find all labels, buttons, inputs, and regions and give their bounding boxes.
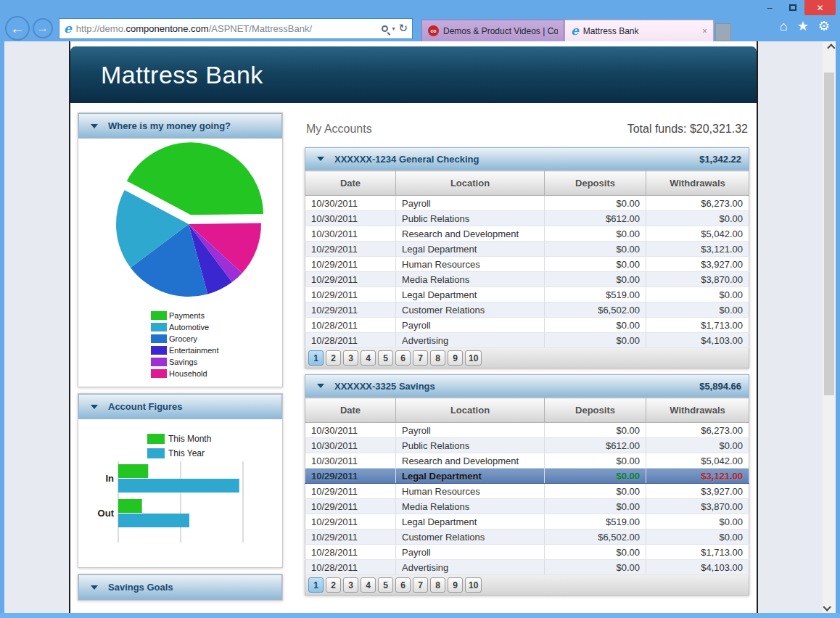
legend-swatch [151, 369, 167, 378]
page-button-4[interactable]: 4 [361, 350, 376, 366]
page-button-2[interactable]: 2 [326, 350, 341, 366]
new-tab-button[interactable] [715, 23, 731, 41]
withdrawal-cell: $3,870.00 [646, 272, 749, 287]
page-button-8[interactable]: 8 [430, 577, 445, 593]
page-button-10[interactable]: 10 [465, 577, 482, 593]
browser-viewport: Mattress Bank Where is my money going? P… [4, 41, 836, 613]
scroll-up-button[interactable] [823, 41, 836, 54]
deposit-cell: $612.00 [545, 211, 646, 226]
page-button-7[interactable]: 7 [413, 577, 428, 593]
table-row[interactable]: 10/29/2011Legal Department$0.00$3,121.00 [305, 242, 749, 257]
account-name: XXXXXX-3325 Savings [334, 381, 699, 392]
page-button-3[interactable]: 3 [343, 350, 358, 366]
refresh-icon[interactable]: ↻ [398, 22, 408, 35]
tab-demos[interactable]: co Demos & Product Videos | Co... [421, 20, 564, 41]
bar-out-this-year[interactable] [118, 514, 189, 527]
account-header[interactable]: XXXXXX-1234 General Checking$1,342.22 [305, 147, 749, 170]
column-header-withdrawals[interactable]: Withdrawals [646, 171, 749, 196]
table-row[interactable]: 10/28/2011Advertising$0.00$4,103.00 [305, 333, 749, 348]
table-row[interactable]: 10/30/2011Research and Development$0.00$… [305, 453, 749, 469]
search-icon[interactable] [382, 25, 388, 32]
page-button-2[interactable]: 2 [326, 577, 341, 593]
column-header-deposits[interactable]: Deposits [545, 398, 646, 423]
column-header-date[interactable]: Date [305, 171, 396, 196]
withdrawal-cell: $0.00 [646, 211, 749, 226]
home-icon[interactable]: ⌂ [780, 20, 788, 33]
location-cell: Legal Department [396, 469, 545, 484]
page-button-7[interactable]: 7 [413, 350, 428, 366]
location-cell: Research and Development [396, 226, 545, 242]
page-button-9[interactable]: 9 [448, 577, 463, 593]
table-row[interactable]: 10/29/2011Legal Department$519.00$0.00 [305, 287, 749, 302]
url-text[interactable]: http://demo.componentone.com/ASPNET/Matt… [76, 23, 382, 34]
column-header-date[interactable]: Date [305, 398, 396, 423]
table-row[interactable]: 10/30/2011Payroll$0.00$6,273.00 [305, 196, 749, 211]
column-header-location[interactable]: Location [396, 398, 545, 423]
scroll-down-button[interactable] [823, 601, 836, 613]
legend-item: Grocery [151, 333, 282, 345]
date-cell: 10/30/2011 [305, 453, 396, 469]
page-button-8[interactable]: 8 [430, 350, 445, 366]
page-button-1[interactable]: 1 [308, 350, 324, 366]
table-row[interactable]: 10/30/2011Payroll$0.00$6,273.00 [305, 423, 749, 438]
star-icon[interactable]: ★ [797, 20, 809, 33]
maximize-button[interactable] [781, 0, 804, 15]
panel-header[interactable]: Account Figures [78, 394, 282, 419]
location-cell: Public Relations [396, 438, 545, 453]
table-row[interactable]: 10/28/2011Payroll$0.00$1,713.00 [305, 545, 749, 560]
column-header-withdrawals[interactable]: Withdrawals [646, 398, 749, 423]
page-button-3[interactable]: 3 [343, 577, 358, 593]
close-button[interactable]: ✕ [804, 0, 836, 15]
column-header-deposits[interactable]: Deposits [545, 171, 646, 196]
page-button-9[interactable]: 9 [448, 350, 463, 366]
table-row[interactable]: 10/30/2011Public Relations$612.00$0.00 [305, 211, 749, 226]
my-accounts-heading: My Accounts [306, 123, 372, 136]
back-button[interactable]: ← [5, 16, 30, 41]
page-button-5[interactable]: 5 [378, 350, 393, 366]
table-row[interactable]: 10/29/2011Legal Department$0.00$3,121.00 [305, 469, 749, 484]
address-bar[interactable]: e http://demo.componentone.com/ASPNET/Ma… [59, 18, 413, 39]
page-button-6[interactable]: 6 [395, 350, 411, 366]
table-row[interactable]: 10/30/2011Public Relations$612.00$0.00 [305, 438, 749, 453]
bar-in-this-month[interactable] [118, 464, 148, 478]
location-cell: Payroll [396, 318, 545, 333]
location-cell: Media Relations [396, 272, 545, 287]
account-header[interactable]: XXXXXX-3325 Savings$5,894.66 [305, 374, 749, 397]
withdrawal-cell: $0.00 [646, 302, 749, 318]
table-row[interactable]: 10/29/2011Human Resources$0.00$3,927.00 [305, 257, 749, 272]
forward-button[interactable]: → [33, 18, 53, 38]
table-row[interactable]: 10/30/2011Research and Development$0.00$… [305, 226, 749, 242]
page-button-6[interactable]: 6 [395, 577, 411, 593]
panel-where-is-my-money-going: Where is my money going? PaymentsAutomot… [78, 112, 283, 387]
vertical-scrollbar[interactable] [823, 41, 836, 613]
table-row[interactable]: 10/29/2011Media Relations$0.00$3,870.00 [305, 272, 749, 287]
column-header-location[interactable]: Location [396, 171, 545, 196]
bar-in-this-year[interactable] [118, 479, 239, 493]
withdrawal-cell: $3,121.00 [646, 242, 749, 257]
panel-header[interactable]: Savings Goals [78, 574, 282, 600]
page-button-4[interactable]: 4 [361, 577, 376, 593]
tab-close-icon[interactable]: × [702, 26, 707, 36]
page-button-5[interactable]: 5 [378, 577, 393, 593]
chevron-down-icon[interactable]: ▾ [392, 25, 395, 32]
table-row[interactable]: 10/29/2011Media Relations$0.00$3,870.00 [305, 499, 749, 514]
gear-icon[interactable]: ⚙ [818, 20, 830, 33]
bar-out-this-month[interactable] [118, 499, 142, 513]
table-row[interactable]: 10/29/2011Legal Department$519.00$0.00 [305, 514, 749, 530]
tab-mattress-bank[interactable]: e Mattress Bank × [564, 20, 714, 41]
table-row[interactable]: 10/28/2011Advertising$0.00$4,103.00 [305, 560, 749, 575]
table-row[interactable]: 10/29/2011Human Resources$0.00$3,927.00 [305, 484, 749, 499]
page-button-1[interactable]: 1 [308, 577, 324, 593]
withdrawal-cell: $1,713.00 [646, 318, 749, 333]
location-cell: Human Resources [396, 484, 545, 499]
table-row[interactable]: 10/29/2011Customer Relations$6,502.00$0.… [305, 302, 749, 318]
table-row[interactable]: 10/28/2011Payroll$0.00$1,713.00 [305, 318, 749, 333]
deposit-cell: $0.00 [545, 499, 646, 514]
panel-header[interactable]: Where is my money going? [78, 113, 282, 139]
legend-item: Savings [151, 356, 282, 368]
table-row[interactable]: 10/29/2011Customer Relations$6,502.00$0.… [305, 530, 749, 545]
withdrawal-cell: $3,121.00 [646, 469, 749, 484]
minimize-button[interactable]: – [758, 0, 781, 15]
page-button-10[interactable]: 10 [465, 350, 482, 366]
scrollbar-thumb[interactable] [824, 73, 834, 395]
